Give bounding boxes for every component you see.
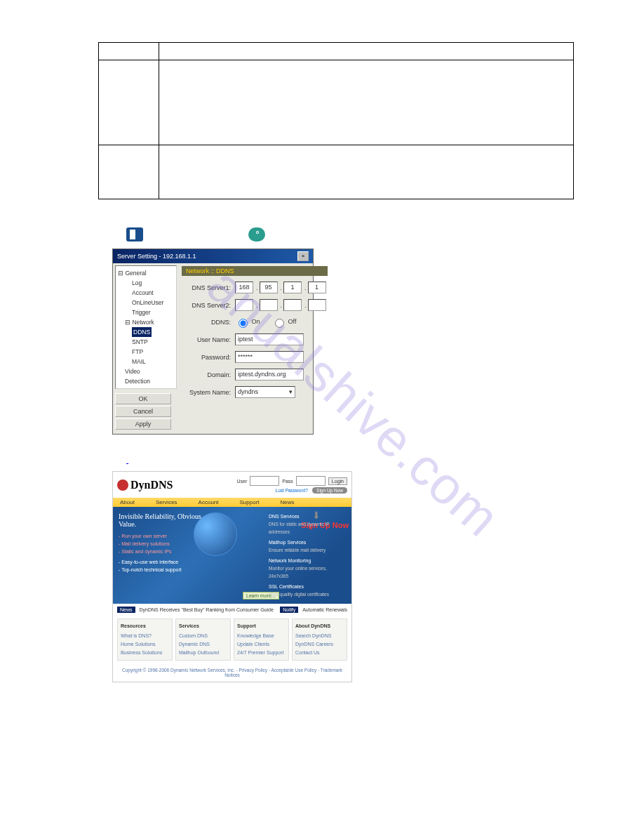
sysname-select[interactable]: dyndns▾ <box>235 386 295 398</box>
dns2-input[interactable] <box>235 299 253 311</box>
nav-services[interactable]: Services <box>156 499 177 505</box>
dns1-input[interactable]: 168 <box>235 282 253 293</box>
user-input[interactable] <box>250 476 279 486</box>
services-col: Services Custom DNS Dynamic DNS Mailhop … <box>175 618 231 661</box>
cancel-button[interactable]: Cancel <box>115 406 171 417</box>
lost-password-link[interactable]: Lost Password? <box>276 488 308 493</box>
ddns-on-radio[interactable]: On <box>235 318 260 325</box>
dialog-titlebar[interactable]: Server Setting - 192.168.1.1 × <box>113 249 313 263</box>
dyndns-link[interactable] <box>126 456 588 464</box>
pass-input[interactable] <box>296 476 326 486</box>
nav-tree[interactable]: ⊟ General Log Account OnLineUser Trigger… <box>115 265 177 389</box>
dialog-title: Server Setting - 192.168.1.1 <box>117 253 196 260</box>
server-setting-dialog: Server Setting - 192.168.1.1 × ⊟ General… <box>112 249 314 435</box>
dyndns-website: DynDNS User Pass Login Lost Password? Si… <box>112 471 352 682</box>
logo-icon <box>117 479 128 491</box>
nav-about[interactable]: About <box>120 499 135 505</box>
signup-button[interactable]: Sign Up Now <box>312 487 347 494</box>
notify-tag: Notify <box>280 607 298 613</box>
tree-ddns-selected[interactable]: DDNS <box>132 327 152 337</box>
banner: Invisible Reliability, Obvious Value. - … <box>113 507 351 604</box>
ok-button[interactable]: OK <box>115 393 171 404</box>
form-header: Network :: DDNS <box>182 266 328 276</box>
close-icon[interactable]: × <box>297 251 309 261</box>
password-input[interactable]: ****** <box>235 351 304 363</box>
username-input[interactable]: iptest <box>235 333 304 345</box>
nav-account[interactable]: Account <box>199 499 219 505</box>
definition-table <box>98 42 574 199</box>
copyright: Copyright © 1998-2006 Dynamic Network Se… <box>113 663 351 682</box>
key-icon <box>248 227 265 241</box>
tree-general: ⊟ General <box>118 268 174 278</box>
main-nav: About Services Account Support News <box>113 498 351 507</box>
dyndns-logo: DynDNS <box>117 479 173 491</box>
support-col: Support Knowledge Base Update Clients 24… <box>234 618 289 661</box>
chevron-down-icon: ▾ <box>289 388 293 397</box>
apply-button[interactable]: Apply <box>115 418 171 430</box>
about-col: About DynDNS Search DynDNS DynDNS Career… <box>292 618 347 661</box>
book-icon <box>126 227 143 241</box>
nav-news[interactable]: News <box>281 499 295 505</box>
globe-icon <box>194 512 237 556</box>
login-button[interactable]: Login <box>328 477 347 485</box>
resources-col: Resources What is DNS? Home Solutions Bu… <box>117 618 173 661</box>
ddns-off-radio[interactable]: Off <box>271 318 296 325</box>
nav-support[interactable]: Support <box>240 499 260 505</box>
domain-input[interactable]: iptest.dyndns.org <box>235 369 304 380</box>
news-tag: News <box>117 607 135 613</box>
